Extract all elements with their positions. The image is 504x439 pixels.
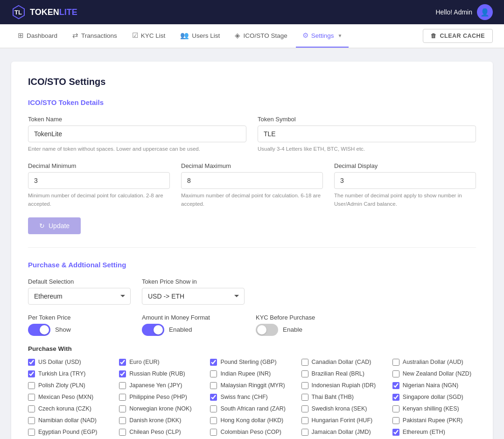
list-item[interactable]: Norwegian krone (NOK): [119, 405, 203, 412]
list-item[interactable]: Brazilian Real (BRL): [301, 370, 385, 377]
currency-checkbox-mxn[interactable]: [28, 394, 35, 401]
currency-checkbox-sek[interactable]: [301, 405, 308, 412]
currency-checkbox-eth_c[interactable]: [392, 429, 399, 436]
currency-checkbox-cop[interactable]: [210, 429, 217, 436]
currency-checkbox-dkk[interactable]: [119, 417, 126, 424]
list-item[interactable]: Malaysian Ringgit (MYR): [210, 382, 294, 389]
decimal-display-input[interactable]: [334, 172, 476, 189]
currency-checkbox-egp[interactable]: [28, 429, 35, 436]
token-price-show-select[interactable]: USD -> ETH ETH -> USD: [142, 288, 245, 305]
currency-checkbox-sgd[interactable]: [392, 394, 399, 401]
list-item[interactable]: Namibian dollar (NAD): [28, 417, 112, 424]
currency-checkbox-cad[interactable]: [301, 359, 308, 366]
list-item[interactable]: New Zealand Dollar (NZD): [392, 370, 476, 377]
currency-checkbox-jpy[interactable]: [119, 382, 126, 389]
nav-item-users-list[interactable]: 👥 Users List: [174, 24, 226, 48]
list-item[interactable]: Indonesian Rupiah (IDR): [301, 382, 385, 389]
list-item[interactable]: Danish krone (DKK): [119, 417, 203, 424]
currency-checkbox-czk[interactable]: [28, 405, 35, 412]
list-item[interactable]: Japanese Yen (JPY): [119, 382, 203, 389]
list-item[interactable]: Nigerian Naira (NGN): [392, 382, 476, 389]
brand-icon: TL: [11, 5, 26, 20]
currency-checkbox-pkr[interactable]: [392, 417, 399, 424]
currency-checkbox-inr[interactable]: [210, 370, 217, 377]
list-item[interactable]: Jamaican Dollar (JMD): [301, 429, 385, 436]
list-item[interactable]: Czech koruna (CZK): [28, 405, 112, 412]
currency-checkbox-php[interactable]: [119, 394, 126, 401]
kyc-before-purchase-toggle-container: Enable: [256, 324, 358, 336]
user-menu[interactable]: Hello! Admin 👤: [435, 4, 493, 20]
list-item[interactable]: Mexican Peso (MXN): [28, 394, 112, 401]
currency-checkbox-gbp[interactable]: [210, 359, 217, 366]
list-item[interactable]: Russian Ruble (RUB): [119, 370, 203, 377]
purchase-with-section: Purchase With US Dollar (USD)Euro (EUR)P…: [28, 345, 476, 439]
nav-item-settings[interactable]: ⚙ Settings ▼: [296, 24, 349, 48]
currency-checkbox-pln[interactable]: [28, 382, 35, 389]
amount-format-toggle[interactable]: [142, 324, 164, 336]
brand-logo[interactable]: TL TOKENLITE: [11, 5, 77, 20]
decimal-min-input[interactable]: [28, 172, 170, 189]
decimal-max-input[interactable]: [181, 172, 323, 189]
currency-checkbox-myr[interactable]: [210, 382, 217, 389]
list-item[interactable]: Hong Kong dollar (HKD): [210, 417, 294, 424]
currency-checkbox-chf[interactable]: [210, 394, 217, 401]
avatar[interactable]: 👤: [477, 4, 493, 20]
list-item[interactable]: Pakistani Rupee (PKR): [392, 417, 476, 424]
list-item[interactable]: Ethereum (ETH): [392, 429, 476, 436]
currency-checkbox-aud[interactable]: [392, 359, 399, 366]
list-item[interactable]: Australian Dollar (AUD): [392, 359, 476, 366]
list-item[interactable]: US Dollar (USD): [28, 359, 112, 366]
list-item[interactable]: Polish Zloty (PLN): [28, 382, 112, 389]
list-item[interactable]: Philippine Peso (PHP): [119, 394, 203, 401]
nav-item-ico-sto-stage[interactable]: ◈ ICO/STO Stage: [228, 24, 294, 48]
list-item[interactable]: Pound Sterling (GBP): [210, 359, 294, 366]
currency-checkbox-thb[interactable]: [301, 394, 308, 401]
currency-checkbox-zar[interactable]: [210, 405, 217, 412]
currency-checkbox-eur[interactable]: [119, 359, 126, 366]
amount-format-group: Amount in Money Format Enabled: [142, 314, 245, 336]
nav-item-transactions[interactable]: ⇄ Transactions: [66, 24, 124, 48]
list-item[interactable]: Turkish Lira (TRY): [28, 370, 112, 377]
list-item[interactable]: Euro (EUR): [119, 359, 203, 366]
list-item[interactable]: Canadian Dollar (CAD): [301, 359, 385, 366]
purchase-selects-row: Default Selection Ethereum Bitcoin Token…: [28, 278, 476, 305]
currency-checkbox-nok[interactable]: [119, 405, 126, 412]
default-selection-group: Default Selection Ethereum Bitcoin: [28, 278, 131, 305]
currency-checkbox-rub[interactable]: [119, 370, 126, 377]
list-item[interactable]: Egyptian Pound (EGP): [28, 429, 112, 436]
currency-checkbox-ngn[interactable]: [392, 382, 399, 389]
list-item[interactable]: South African rand (ZAR): [210, 405, 294, 412]
list-item[interactable]: Swedish krona (SEK): [301, 405, 385, 412]
token-symbol-input[interactable]: [258, 125, 476, 142]
currency-checkbox-nzd[interactable]: [392, 370, 399, 377]
currency-checkbox-kes[interactable]: [392, 405, 399, 412]
section-purchase-title: Purchase & Addtional Setting: [28, 261, 476, 269]
list-item[interactable]: Colombian Peso (COP): [210, 429, 294, 436]
kyc-before-purchase-toggle[interactable]: [256, 324, 278, 336]
currency-checkbox-idr[interactable]: [301, 382, 308, 389]
list-item[interactable]: Singapore dollar (SGD): [392, 394, 476, 401]
token-name-input[interactable]: [28, 125, 246, 142]
clear-cache-button[interactable]: 🗑 CLEAR CACHE: [423, 29, 493, 43]
currency-checkbox-try[interactable]: [28, 370, 35, 377]
currency-checkbox-jmd[interactable]: [301, 429, 308, 436]
currency-checkbox-huf[interactable]: [301, 417, 308, 424]
list-item[interactable]: Swiss franc (CHF): [210, 394, 294, 401]
currency-checkbox-nad[interactable]: [28, 417, 35, 424]
user-greeting: Hello! Admin: [435, 8, 472, 16]
list-item[interactable]: Kenyan shilling (KES): [392, 405, 476, 412]
currency-checkbox-usd[interactable]: [28, 359, 35, 366]
currency-checkbox-brl[interactable]: [301, 370, 308, 377]
currency-checkbox-clp[interactable]: [119, 429, 126, 436]
default-selection-select[interactable]: Ethereum Bitcoin: [28, 288, 131, 305]
ico-icon: ◈: [235, 31, 240, 40]
currency-checkbox-hkd[interactable]: [210, 417, 217, 424]
nav-item-dashboard[interactable]: ⊞ Dashboard: [11, 24, 64, 48]
nav-item-kyc-list[interactable]: ☑ KYC List: [126, 24, 172, 48]
per-token-price-toggle[interactable]: [28, 324, 50, 336]
list-item[interactable]: Chilean Peso (CLP): [119, 429, 203, 436]
list-item[interactable]: Indian Rupee (INR): [210, 370, 294, 377]
update-button[interactable]: ↻ Update: [28, 217, 81, 234]
list-item[interactable]: Thai Baht (THB): [301, 394, 385, 401]
list-item[interactable]: Hungarian Forint (HUF): [301, 417, 385, 424]
